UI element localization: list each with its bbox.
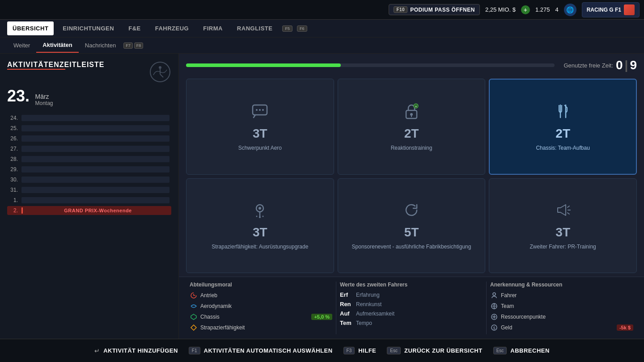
sub-nav: Weiter Aktivitäten Nachrichten F7 F8 [0,38,644,54]
info-row-erf: Erf Erfahrung [340,291,483,298]
free-time-divider: | [625,58,628,72]
svg-line-20 [568,206,569,207]
auto-select-label: AKTIVITÄTEN AUTOMATISCH AUSWÄHLEN [204,347,333,354]
ressource-icon [490,313,498,321]
timeline-bar [21,177,169,183]
info-row-aero: Aerodynamik [190,302,332,310]
lock-icon: + [402,101,421,125]
team-display: RACING G F1 [582,2,640,17]
f8-key: F8 [134,42,144,49]
timeline-row: 26. [7,134,171,143]
timeline-bar [21,115,169,121]
timeline-rows: 24. 25. 26. 27. 28. 29. [7,114,171,215]
info-row-team: Team [490,302,633,310]
back-label: ZURÜCK ZUR ÜBERSICHT [404,347,483,354]
add-activity-button[interactable]: ↵ AKTIVITÄT HINZUFÜGEN [94,347,178,354]
timeline-row: 29. [7,165,171,174]
card-pr-training[interactable]: 3T Zweiter Fahrer: PR-Training [489,178,637,274]
svg-point-19 [263,216,264,217]
card-sponsorenevent[interactable]: 5T Sponsorenevent - ausführliche Fabrikb… [338,178,486,274]
points-value: 1.275 [535,6,550,13]
nav-rangliste[interactable]: RANGLISTE [232,21,278,35]
nav-firma[interactable]: FIRMA [198,21,228,35]
podium-pass-label: PODIUM PASS ÖFFNEN [410,7,475,13]
erf-abbr: Erf [340,291,353,298]
nav-fue[interactable]: F&E [123,21,146,35]
svg-text:+: + [415,105,417,109]
nav-fahrzeug[interactable]: FAHRZEUG [150,21,195,35]
svg-point-16 [258,207,261,210]
cards-grid: 3T Schwerpunkt Aero + 2T Reaktionstra [179,75,644,277]
info-abteilung: Abteilungsmoral Antrieb Aerodynamik [186,282,336,334]
auf-abbr: Auf [340,310,353,317]
card-label-reaktion: Reaktionstraining [391,144,432,152]
auto-select-button[interactable]: F1 AKTIVITÄTEN AUTOMATISCH AUSWÄHLEN [189,347,333,354]
rank-display: 4 [555,6,558,13]
subnav-weiter[interactable]: Weiter [7,38,36,52]
timeline-row: 27. [7,144,171,153]
card-strapazier[interactable]: 3T Strapazierfähigkeit: Ausrüstungsupgra… [186,178,334,274]
timeline-bar [21,166,169,173]
subnav-nachrichten[interactable]: Nachrichten [79,38,122,52]
team-logo [624,4,635,15]
timeline-title: AKTIVITÄTENZEITLEISTE [7,61,104,69]
svg-text:$: $ [493,326,495,330]
svg-point-7 [262,109,264,111]
date-info: März Montag [35,93,53,106]
erf-label: Erfahrung [356,292,380,298]
card-label-sponsor: Sponsorenevent - ausführliche Fabrikbesi… [352,243,471,251]
info-row-tem: Tem Tempo [340,320,483,326]
hilfe-button[interactable]: F3 HILFE [343,347,377,354]
info-row-ren: Ren Rennkunst [340,301,483,307]
date-display: 23. März Montag [7,87,171,106]
info-row-auf: Auf Aufmerksamkeit [340,310,483,317]
svg-point-9 [410,113,413,116]
info-row-ressource: Ressourcenpunkte [490,313,633,321]
aero-icon [190,302,198,310]
timeline-row: 30. [7,175,171,184]
nav-einrichtungen[interactable]: EINRICHTUNGEN [57,21,119,35]
info-title-werte: Werte des zweiten Fahrers [340,282,483,288]
cutlery-icon [553,101,573,125]
tem-abbr: Tem [340,320,353,326]
chassis-label: Chassis [200,314,309,320]
card-reaktionstraining[interactable]: + 2T Reaktionstraining [338,79,486,175]
timeline-icon [149,61,171,83]
timeline-bar [21,125,169,131]
progress-bar-fill [186,63,341,67]
free-time-total: 9 [630,58,637,72]
card-time-pr: 3T [555,225,570,240]
f1-key: F1 [189,347,200,354]
timeline-bar [21,146,169,152]
currency-display: 2,25 MIO. $ [485,6,516,13]
timeline-divider [7,69,65,70]
cancel-button[interactable]: Esc ABBRECHEN [493,347,550,354]
aero-label: Aerodynamik [200,303,332,309]
timeline-row: 31. [7,185,171,194]
subnav-aktivitaten[interactable]: Aktivitäten [36,38,78,53]
f6-key: F6 [297,25,307,32]
free-time-used: 0 [616,58,623,72]
card-chassis-team[interactable]: 2T Chassis: Team-Aufbau [489,79,637,175]
team-name: RACING G F1 [587,7,621,13]
globe-icon: 🌐 [564,4,576,16]
podium-pass-button[interactable]: F10 PODIUM PASS ÖFFNEN [389,4,480,15]
svg-point-1 [159,66,161,69]
card-label-aero: Schwerpunkt Aero [238,144,282,152]
add-currency-button[interactable]: + [521,5,530,14]
team-globe-icon [490,302,498,310]
info-row-geld: $ Geld -5k $ [490,324,633,332]
f5-key: F5 [282,25,292,32]
add-activity-label: AKTIVITÄT HINZUFÜGEN [103,347,178,354]
back-button[interactable]: Esc ZURÜCK ZUR ÜBERSICHT [387,347,482,354]
timeline-bar [21,187,169,193]
svg-point-17 [259,216,261,218]
nav-ubersicht[interactable]: ÜBERSICHT [7,21,54,35]
info-werte: Werte des zweiten Fahrers Erf Erfahrung … [336,282,487,334]
left-panel: AKTIVITÄTENZEITLEISTE 23. März Montag 24… [0,54,179,339]
card-time-chassis: 2T [555,126,570,141]
megaphone-icon [553,200,573,223]
main-nav: ÜBERSICHT EINRICHTUNGEN F&E FAHRZEUG FIR… [0,20,644,38]
card-schwerpunkt-aero[interactable]: 3T Schwerpunkt Aero [186,79,334,175]
geld-icon: $ [490,324,498,332]
